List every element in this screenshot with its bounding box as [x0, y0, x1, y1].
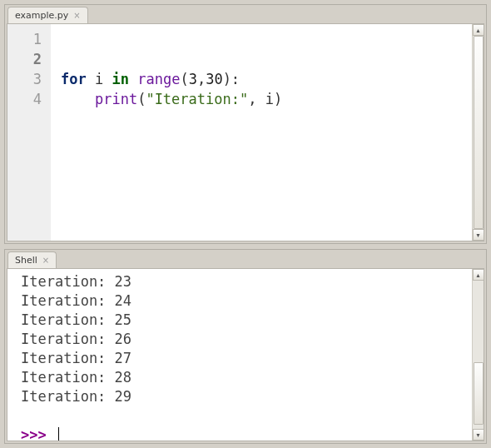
scroll-down-icon[interactable]: ▾: [473, 229, 484, 241]
number: 30: [206, 71, 222, 87]
scroll-up-icon[interactable]: ▴: [473, 24, 484, 36]
shell-tab-label: Shell: [15, 255, 37, 266]
punct: (: [137, 91, 146, 107]
punct: ):: [223, 71, 240, 87]
editor-tab[interactable]: example.py ×: [7, 7, 88, 23]
code-line-3: for i in range(3,30):: [61, 71, 240, 87]
shell-line: Iteration: 27: [21, 350, 131, 366]
shell-line: Iteration: 26: [21, 331, 131, 347]
code-area[interactable]: for i in range(3,30): print("Iteration:"…: [51, 24, 472, 241]
string: "Iteration:": [146, 91, 248, 107]
punct: ): [274, 91, 282, 107]
keyword-for: for: [61, 71, 87, 87]
scrollbar-thumb[interactable]: [474, 36, 484, 229]
number: 3: [189, 71, 197, 87]
close-icon[interactable]: ×: [73, 12, 80, 20]
keyword-in: in: [112, 71, 128, 87]
code-line-4: print("Iteration:", i): [61, 91, 282, 107]
shell-vertical-scrollbar[interactable]: ▴ ▾: [472, 269, 484, 441]
line-number-gutter: 1 2 3 4: [7, 24, 51, 241]
scrollbar-thumb[interactable]: [474, 362, 484, 425]
workspace: example.py × 1 2 3 4 for i in range(3,30…: [0, 0, 491, 448]
builtin-print: print: [95, 91, 137, 107]
shell-line: Iteration: 23: [21, 273, 131, 290]
indent: [61, 91, 95, 107]
text-cursor: [58, 427, 59, 441]
line-number: 2: [7, 49, 50, 69]
shell-tabstrip: Shell ×: [5, 250, 486, 268]
shell-line: Iteration: 24: [21, 292, 131, 309]
scroll-up-icon[interactable]: ▴: [473, 269, 484, 281]
shell-prompt: >>>: [21, 426, 55, 441]
editor-pane: example.py × 1 2 3 4 for i in range(3,30…: [4, 4, 487, 244]
editor-content: 1 2 3 4 for i in range(3,30): print("Ite…: [7, 23, 484, 241]
punct: ,: [248, 91, 265, 107]
line-number: 3: [7, 69, 50, 89]
line-number: 4: [7, 89, 50, 109]
shell-pane: Shell × Iteration: 23 Iteration: 24 Iter…: [4, 249, 487, 444]
builtin-range: range: [137, 71, 180, 87]
identifier: i: [95, 71, 103, 87]
editor-tab-label: example.py: [15, 10, 68, 22]
identifier: i: [265, 91, 274, 107]
punct: ,: [197, 71, 206, 87]
punct: (: [180, 71, 188, 87]
editor-tabstrip: example.py ×: [5, 5, 486, 23]
shell-output[interactable]: Iteration: 23 Iteration: 24 Iteration: 2…: [7, 269, 472, 441]
scroll-down-icon[interactable]: ▾: [473, 429, 484, 441]
shell-tab[interactable]: Shell ×: [7, 251, 57, 268]
shell-line: Iteration: 25: [21, 311, 131, 328]
close-icon[interactable]: ×: [42, 256, 49, 265]
shell-line: Iteration: 28: [21, 369, 131, 386]
scrollbar-track[interactable]: [473, 36, 484, 229]
shell-line: Iteration: 29: [21, 388, 131, 405]
shell-content: Iteration: 23 Iteration: 24 Iteration: 2…: [7, 268, 484, 441]
scrollbar-track[interactable]: [473, 281, 484, 429]
editor-vertical-scrollbar[interactable]: ▴ ▾: [472, 24, 484, 241]
line-number: 1: [7, 29, 50, 49]
